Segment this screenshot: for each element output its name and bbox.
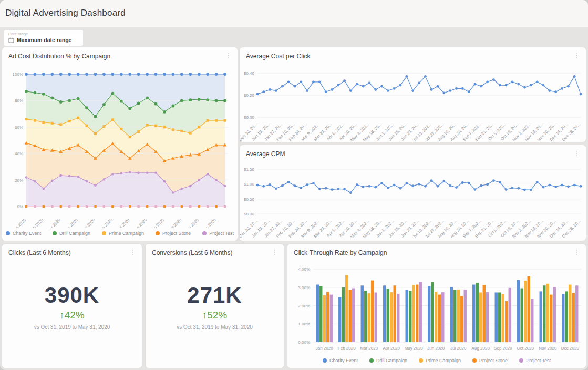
- card-title: Conversions (Last 6 Months): [152, 249, 232, 256]
- ad-cost-chart-legend: Charity EventDrill CampaignPrime Campaig…: [2, 231, 238, 236]
- svg-text:Jul 2020: Jul 2020: [450, 346, 467, 351]
- svg-text:May 2020: May 2020: [80, 218, 97, 228]
- legend-label: Charity Event: [329, 358, 358, 363]
- legend-color-dot: [519, 358, 523, 363]
- legend-item[interactable]: Charity Event: [323, 358, 358, 363]
- legend-label: Project Stone: [479, 358, 508, 363]
- legend-label: Drill Campaign: [59, 231, 90, 236]
- legend-color-dot: [156, 231, 160, 235]
- svg-text:2.00%: 2.00%: [298, 304, 310, 309]
- ctr-chart-canvas[interactable]: 4.00%3.00%2.00%1.00%0.00%Jan 2020Feb 202…: [287, 256, 586, 359]
- conversions-kpi-delta: ↑52%: [146, 310, 284, 321]
- legend-color-dot: [202, 231, 207, 235]
- svg-text:Nov 2020: Nov 2020: [184, 218, 200, 228]
- legend-color-dot: [472, 358, 477, 363]
- legend-color-dot: [419, 358, 423, 363]
- legend-label: Prime Campaign: [109, 231, 144, 236]
- svg-text:20%: 20%: [15, 178, 23, 183]
- clicks-kpi-value: 390K: [2, 283, 142, 308]
- svg-text:100%: 100%: [13, 72, 23, 77]
- svg-text:Apr 2020: Apr 2020: [383, 346, 400, 351]
- svg-text:Apr 2020: Apr 2020: [64, 218, 79, 228]
- svg-text:$0.50: $0.50: [244, 197, 255, 202]
- dashboard-page: Digital Advertising Dashboard Date range…: [0, 0, 588, 370]
- legend-label: Prime Campaign: [426, 358, 461, 363]
- legend-label: Drill Campaign: [376, 358, 407, 363]
- card-clicks-kpi: Clicks (Last 6 Months) ⋮ 390K ↑42% vs Oc…: [2, 244, 142, 368]
- svg-text:Nov 2020: Nov 2020: [539, 346, 557, 351]
- svg-text:Sep 2020: Sep 2020: [149, 218, 166, 228]
- svg-text:Dec 2020: Dec 2020: [561, 346, 580, 351]
- svg-text:Jan 2020: Jan 2020: [316, 346, 333, 351]
- ad-cost-chart-canvas[interactable]: 100%80%60%40%20%0%Jan 2020Feb 2020Mar 20…: [2, 61, 238, 228]
- legend-label: Project Test: [209, 231, 234, 236]
- svg-text:$0.00: $0.00: [244, 212, 255, 217]
- svg-text:Mar 2020: Mar 2020: [46, 218, 62, 228]
- legend-item[interactable]: Prime Campaign: [102, 231, 144, 236]
- card-average-cost-per-click: Average Cost per Click ⋮ $0.40$0.20$0.00…: [240, 47, 586, 142]
- kebab-menu-icon[interactable]: ⋮: [223, 53, 233, 58]
- header: Digital Advertising Dashboard: [0, 0, 588, 27]
- svg-text:3.00%: 3.00%: [298, 285, 310, 290]
- svg-text:40%: 40%: [15, 151, 23, 156]
- card-ad-cost-distribution: Ad Cost Distribution % by Campaign ⋮ 100…: [2, 47, 238, 241]
- legend-item[interactable]: Drill Campaign: [53, 231, 90, 236]
- kebab-menu-icon[interactable]: ⋮: [572, 150, 582, 156]
- svg-text:60%: 60%: [15, 125, 23, 130]
- clicks-kpi-compare-period: vs Oct 31, 2019 to May 31, 2020: [2, 324, 142, 330]
- legend-color-dot: [369, 358, 374, 363]
- legend-item[interactable]: Prime Campaign: [419, 358, 461, 363]
- svg-text:80%: 80%: [15, 98, 23, 103]
- legend-item[interactable]: Charity Event: [6, 231, 41, 236]
- legend-item[interactable]: Project Test: [519, 358, 551, 363]
- svg-text:4.00%: 4.00%: [298, 267, 310, 272]
- svg-text:Jun 2020: Jun 2020: [98, 218, 114, 228]
- svg-text:$0.20: $0.20: [244, 93, 255, 98]
- svg-text:$1.50: $1.50: [244, 167, 255, 172]
- legend-color-dot: [53, 231, 57, 235]
- svg-text:1.00%: 1.00%: [298, 322, 310, 326]
- svg-text:Oct 2020: Oct 2020: [167, 218, 183, 228]
- svg-text:May 2020: May 2020: [405, 346, 424, 351]
- legend-item[interactable]: Project Stone: [156, 231, 191, 236]
- svg-text:Dec 2020: Dec 2020: [201, 218, 217, 228]
- legend-item[interactable]: Drill Campaign: [369, 358, 407, 363]
- page-title: Digital Advertising Dashboard: [0, 0, 588, 18]
- card-title: Average Cost per Click: [246, 53, 311, 60]
- svg-text:Aug 2020: Aug 2020: [472, 346, 490, 351]
- svg-text:Mar 2020: Mar 2020: [360, 346, 378, 351]
- kebab-menu-icon[interactable]: ⋮: [572, 249, 582, 255]
- svg-text:Oct 2020: Oct 2020: [517, 346, 534, 351]
- svg-text:Jan 2020: Jan 2020: [12, 218, 27, 228]
- card-title: Ad Cost Distribution % by Campaign: [8, 53, 110, 60]
- card-title: Average CPM: [246, 150, 285, 158]
- svg-text:0%: 0%: [17, 204, 23, 209]
- legend-item[interactable]: Project Test: [202, 231, 234, 236]
- svg-text:$0.40: $0.40: [244, 71, 255, 76]
- avg-cpm-chart-canvas[interactable]: $1.50$1.00$0.50$0.00Dec 30, 20...Jan 13,…: [240, 158, 586, 240]
- avg-cost-per-click-chart-canvas[interactable]: $0.40$0.20$0.00Dec 30, 20...Jan 13, 20..…: [240, 60, 586, 141]
- date-range-label: Date range: [8, 32, 79, 36]
- legend-color-dot: [6, 231, 10, 235]
- svg-text:Feb 2020: Feb 2020: [28, 218, 45, 228]
- date-range-filter[interactable]: Date range Maximum date range: [4, 30, 83, 46]
- card-title: Clicks (Last 6 Months): [8, 249, 71, 256]
- legend-color-dot: [323, 358, 327, 363]
- legend-label: Project Test: [526, 358, 551, 363]
- svg-text:Sep 2020: Sep 2020: [494, 346, 512, 351]
- svg-text:0.00%: 0.00%: [298, 340, 310, 345]
- svg-text:Feb 2020: Feb 2020: [338, 346, 356, 351]
- legend-color-dot: [102, 231, 106, 235]
- card-conversions-kpi: Conversions (Last 6 Months) ⋮ 271K ↑52% …: [146, 244, 284, 368]
- kebab-menu-icon[interactable]: ⋮: [270, 249, 280, 255]
- conversions-kpi-compare-period: vs Oct 31, 2019 to May 31, 2020: [146, 324, 284, 330]
- conversions-kpi-value: 271K: [146, 283, 284, 308]
- legend-item[interactable]: Project Stone: [472, 358, 508, 363]
- kebab-menu-icon[interactable]: ⋮: [128, 249, 138, 255]
- legend-label: Charity Event: [13, 231, 41, 236]
- svg-text:Jun 2020: Jun 2020: [427, 346, 445, 351]
- svg-text:Jul 2020: Jul 2020: [116, 218, 131, 228]
- svg-text:Aug 2020: Aug 2020: [132, 218, 148, 228]
- kebab-menu-icon[interactable]: ⋮: [572, 53, 582, 58]
- date-range-value: Maximum date range: [17, 37, 71, 43]
